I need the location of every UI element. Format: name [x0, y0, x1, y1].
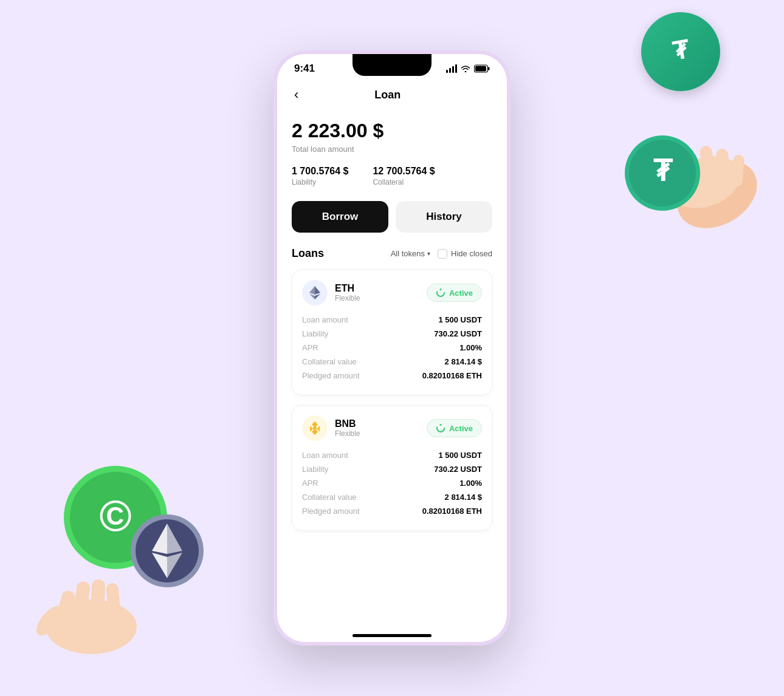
eth-liability-value: 730.22 USDT [434, 329, 482, 338]
wifi-icon [461, 64, 470, 73]
signal-icon [446, 64, 457, 73]
bnb-loan-amount-label: Loan amount [302, 451, 348, 460]
svg-marker-36 [310, 426, 313, 432]
back-button[interactable]: ‹ [292, 84, 301, 105]
bnb-collateral-label: Collateral value [302, 493, 357, 502]
bnb-collateral-value: 2 814.14 $ [445, 493, 482, 502]
bnb-token-info: BNB Flexible [302, 415, 360, 441]
eth-collateral-label: Collateral value [302, 357, 357, 366]
eth-token-type: Flexible [335, 294, 360, 302]
loan-card-eth-header: ETH Flexible Active [302, 280, 482, 305]
page-title: Loan [301, 89, 474, 101]
svg-point-2 [662, 147, 748, 217]
liability-stat: 1 700.5764 $ Liability [292, 166, 348, 186]
svg-rect-21 [52, 589, 76, 633]
svg-point-11 [64, 466, 167, 569]
loans-filters: All tokens ▾ Hide closed [391, 249, 492, 259]
svg-rect-3 [683, 151, 704, 189]
bnb-liability-label: Liability [302, 465, 328, 474]
svg-point-9 [629, 140, 696, 206]
svg-marker-17 [167, 524, 182, 554]
svg-marker-37 [317, 426, 320, 432]
svg-point-41 [439, 424, 441, 426]
bnb-loan-amount-row: Loan amount 1 500 USDT [302, 451, 482, 460]
bnb-liability-value: 730.22 USDT [434, 465, 482, 474]
svg-rect-4 [699, 145, 718, 186]
loan-card-bnb[interactable]: BNB Flexible Active Loan amount 1 [292, 405, 492, 531]
svg-marker-19 [167, 553, 182, 578]
svg-rect-24 [106, 582, 122, 626]
hide-closed-filter[interactable]: Hide closed [438, 249, 492, 259]
total-amount-value: 2 223.00 $ [292, 120, 492, 142]
eth-apr-row: APR 1.00% [302, 343, 482, 352]
eth-status-badge: Active [427, 284, 482, 302]
hide-closed-checkbox[interactable] [438, 249, 447, 259]
bnb-status-badge: Active [427, 419, 482, 437]
bnb-loan-amount-value: 1 500 USDT [438, 451, 482, 460]
eth-token-info: ETH Flexible [302, 280, 360, 305]
loan-card-eth[interactable]: ETH Flexible Active Loan amount 1 [292, 270, 492, 395]
stats-row: 1 700.5764 $ Liability 12 700.5764 $ Col… [292, 166, 492, 186]
eth-token-details: ETH Flexible [335, 283, 360, 302]
loan-card-bnb-header: BNB Flexible Active [302, 415, 482, 441]
loans-header: Loans All tokens ▾ Hide closed [292, 247, 492, 260]
eth-liability-row: Liability 730.22 USDT [302, 329, 482, 338]
svg-rect-22 [71, 581, 91, 630]
svg-rect-6 [731, 154, 744, 186]
eth-liability-label: Liability [302, 329, 328, 338]
liability-label: Liability [292, 178, 348, 186]
bnb-apr-row: APR 1.00% [302, 479, 482, 488]
chevron-down-icon: ▾ [427, 250, 430, 257]
status-time: 9:41 [294, 63, 315, 75]
bnb-token-type: Flexible [335, 429, 360, 438]
svg-marker-18 [152, 553, 167, 578]
svg-point-12 [70, 472, 161, 563]
collateral-value: 12 700.5764 $ [373, 166, 435, 177]
svg-point-39 [313, 426, 317, 430]
eth-pledged-label: Pledged amount [302, 371, 360, 380]
home-indicator [352, 634, 432, 637]
bnb-pledged-value: 0.82010168 ETH [422, 507, 482, 516]
tab-history[interactable]: History [396, 201, 492, 233]
svg-text:©: © [99, 491, 131, 540]
eth-pledged-value: 0.82010168 ETH [422, 371, 482, 380]
bnb-pledged-label: Pledged amount [302, 507, 360, 516]
loans-title: Loans [292, 247, 324, 260]
liability-value: 1 700.5764 $ [292, 166, 348, 177]
svg-point-1 [665, 147, 766, 242]
bnb-pledged-row: Pledged amount 0.82010168 ETH [302, 507, 482, 516]
svg-point-20 [46, 599, 137, 654]
svg-point-25 [32, 601, 68, 640]
svg-point-7 [656, 171, 693, 205]
bnb-token-name: BNB [335, 418, 360, 429]
bnb-collateral-row: Collateral value 2 814.14 $ [302, 493, 482, 502]
eth-loan-amount-label: Loan amount [302, 315, 348, 324]
eth-token-icon [302, 280, 328, 305]
bnb-status-text: Active [449, 424, 473, 433]
svg-rect-23 [91, 579, 106, 627]
svg-marker-16 [152, 524, 167, 554]
tab-row: Borrow History [292, 201, 492, 233]
svg-point-15 [136, 519, 199, 582]
total-amount-label: Total loan amount [292, 145, 492, 154]
svg-marker-29 [309, 286, 315, 295]
phone-frame: 9:41 [273, 50, 511, 646]
svg-marker-30 [315, 286, 320, 295]
svg-point-8 [625, 135, 700, 211]
svg-point-14 [131, 514, 204, 587]
bnb-apr-label: APR [302, 479, 318, 488]
eth-collateral-row: Collateral value 2 814.14 $ [302, 357, 482, 366]
active-spinner-icon [436, 288, 445, 298]
svg-rect-5 [715, 148, 731, 186]
token-filter[interactable]: All tokens ▾ [391, 249, 430, 258]
collateral-stat: 12 700.5764 $ Collateral [373, 166, 435, 186]
bnb-liability-row: Liability 730.22 USDT [302, 465, 482, 474]
phone-screen: 9:41 [277, 54, 507, 642]
svg-rect-28 [475, 66, 486, 72]
svg-rect-27 [488, 67, 490, 70]
tab-borrow[interactable]: Borrow [292, 201, 388, 233]
svg-marker-31 [309, 294, 315, 299]
eth-apr-label: APR [302, 343, 318, 352]
svg-point-34 [439, 288, 441, 290]
svg-marker-32 [315, 294, 320, 299]
